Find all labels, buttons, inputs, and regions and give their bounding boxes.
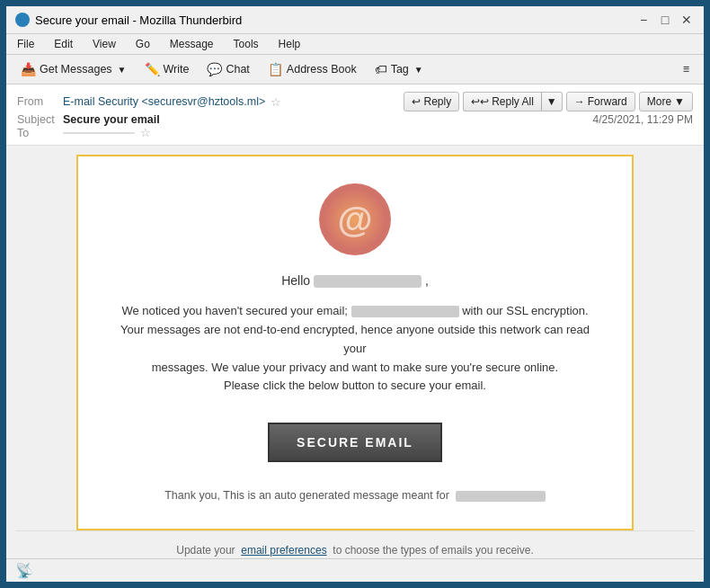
- connection-status-icon: 📡: [15, 562, 33, 579]
- more-button[interactable]: More ▼: [639, 92, 693, 111]
- toolbar: 📥 Get Messages ▼ ✏️ Write 💬 Chat 📋 Addre…: [6, 55, 704, 85]
- menu-go[interactable]: Go: [132, 36, 154, 52]
- get-messages-dropdown-icon: ▼: [118, 65, 127, 75]
- reply-all-group: ↩↩ Reply All ▼: [463, 92, 563, 111]
- from-label: From: [17, 95, 58, 108]
- secure-email-button[interactable]: SECURE EMAIL: [268, 423, 442, 462]
- forward-button[interactable]: → Forward: [566, 92, 635, 111]
- reply-all-icon: ↩↩: [471, 95, 489, 108]
- to-star-icon[interactable]: ☆: [140, 126, 151, 139]
- favorite-star-icon[interactable]: ☆: [271, 95, 281, 109]
- footer-update-text: Update your: [176, 544, 235, 557]
- tag-dropdown-icon: ▼: [414, 65, 423, 75]
- tag-label: Tag: [391, 63, 409, 76]
- thank-you-text: Thank you, This is an auto generated mes…: [114, 489, 596, 502]
- email-header: From E-mail Security <securesvr@hztools.…: [6, 85, 704, 146]
- address-book-label: Address Book: [287, 63, 357, 76]
- reply-label: Reply: [423, 95, 451, 108]
- forward-label: Forward: [588, 95, 627, 108]
- title-bar: Secure your email - Mozilla Thunderbird …: [6, 6, 704, 34]
- reply-all-label: Reply All: [492, 95, 534, 108]
- menu-view[interactable]: View: [89, 36, 120, 52]
- get-messages-button[interactable]: 📥 Get Messages ▼: [13, 58, 134, 80]
- write-button[interactable]: ✏️ Write: [138, 58, 197, 80]
- tag-button[interactable]: 🏷 Tag ▼: [368, 58, 430, 80]
- reply-all-dropdown-icon: ▼: [546, 95, 557, 108]
- maximize-button[interactable]: □: [657, 12, 673, 28]
- reply-icon: ↩: [412, 95, 421, 108]
- header-actions: ↩ Reply ↩↩ Reply All ▼ → Forward: [404, 92, 693, 111]
- email-body: ISA.COM @ Hello , We noticed you haven't…: [6, 146, 704, 558]
- subject-value: Secure your email: [63, 113, 160, 126]
- footer-preferences-row: Update your email preferences to choose …: [24, 544, 686, 557]
- forward-icon: →: [574, 95, 585, 108]
- title-bar-left: Secure your email - Mozilla Thunderbird: [15, 13, 242, 27]
- toolbar-menu-button[interactable]: ≡: [676, 59, 697, 79]
- email-content: @ Hello , We noticed you haven't secured…: [76, 155, 634, 530]
- get-messages-icon: 📥: [21, 62, 36, 76]
- address-book-icon: 📋: [268, 62, 283, 76]
- to-value: [63, 132, 135, 134]
- write-icon: ✏️: [145, 62, 160, 76]
- to-label: To: [17, 127, 58, 139]
- footer-preferences-link[interactable]: email preferences: [241, 544, 326, 557]
- reply-button[interactable]: ↩ Reply: [404, 92, 459, 111]
- title-bar-controls: − □ ✕: [635, 12, 695, 28]
- chat-button[interactable]: 💬 Chat: [200, 58, 256, 80]
- subject-label: Subject: [17, 113, 58, 126]
- menu-message[interactable]: Message: [166, 36, 217, 52]
- from-info: From E-mail Security <securesvr@hztools.…: [17, 95, 281, 109]
- email-logo-icon: @: [319, 183, 391, 255]
- footer-update-suffix: to choose the types of emails you receiv…: [333, 544, 533, 557]
- menu-tools[interactable]: Tools: [230, 36, 262, 52]
- from-row: From E-mail Security <securesvr@hztools.…: [17, 90, 693, 113]
- menu-file[interactable]: File: [13, 36, 38, 52]
- hello-text: Hello: [281, 273, 310, 288]
- hello-line: Hello ,: [114, 273, 596, 288]
- reply-all-button[interactable]: ↩↩ Reply All: [463, 92, 541, 111]
- main-window: Secure your email - Mozilla Thunderbird …: [4, 4, 706, 584]
- menu-edit[interactable]: Edit: [50, 36, 76, 52]
- close-button[interactable]: ✕: [679, 12, 695, 28]
- write-label: Write: [164, 63, 190, 76]
- more-dropdown-icon: ▼: [674, 95, 685, 108]
- chat-label: Chat: [226, 63, 249, 76]
- chat-icon: 💬: [207, 62, 222, 76]
- window-title: Secure your email - Mozilla Thunderbird: [35, 13, 242, 27]
- address-book-button[interactable]: 📋 Address Book: [261, 58, 364, 80]
- subject-row: Subject Secure your email 4/25/2021, 11:…: [17, 113, 693, 126]
- from-value: E-mail Security <securesvr@hztools.ml>: [63, 95, 265, 108]
- recipient-blur: [314, 275, 422, 288]
- to-row: To ☆: [17, 126, 693, 139]
- date-value: 4/25/2021, 11:29 PM: [593, 113, 693, 126]
- menu-bar: File Edit View Go Message Tools Help: [6, 34, 704, 55]
- status-bar: 📡: [6, 558, 704, 582]
- toolbar-menu-icon: ≡: [683, 63, 689, 76]
- tag-icon: 🏷: [375, 62, 387, 76]
- thunderbird-icon: [15, 13, 30, 27]
- body-text: We noticed you haven't secured your emai…: [114, 302, 596, 396]
- email-footer: Update your email preferences to choose …: [15, 530, 695, 558]
- more-label: More: [647, 95, 671, 108]
- reply-all-dropdown-button[interactable]: ▼: [541, 92, 563, 111]
- minimize-button[interactable]: −: [635, 12, 652, 28]
- get-messages-label: Get Messages: [40, 63, 112, 76]
- menu-help[interactable]: Help: [275, 36, 305, 52]
